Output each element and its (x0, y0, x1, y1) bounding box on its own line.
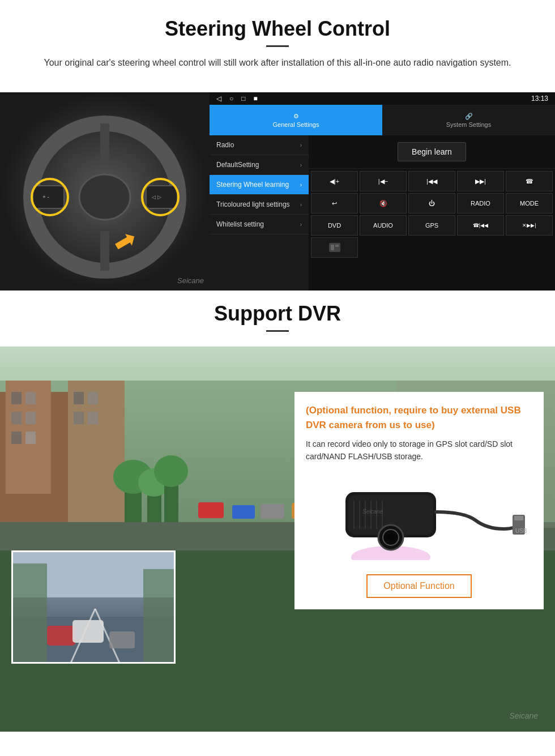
menu-item-default[interactable]: DefaultSetting › (210, 155, 309, 175)
steering-demo: + - ◁ ▷ ➡ Seicane ◁ ○ □ (0, 92, 555, 291)
svg-point-5 (79, 174, 130, 220)
menu-item-whitelist[interactable]: Whitelist setting › (210, 215, 309, 234)
menu-label-steering: Steering Wheel learning (216, 181, 289, 189)
ctrl-next[interactable]: ▶▶| (457, 171, 504, 191)
svg-rect-24 (74, 392, 84, 404)
svg-rect-61 (514, 516, 523, 520)
svg-text:Seicane: Seicane (362, 509, 383, 515)
ctrl-tel-next[interactable]: ✕▶▶| (506, 215, 553, 236)
svg-rect-35 (198, 502, 224, 518)
ctrl-radio[interactable]: RADIO (457, 193, 504, 213)
ctrl-prev[interactable]: |◀◀ (408, 171, 455, 191)
nav-dot-icon[interactable]: ■ (254, 95, 258, 102)
gear-icon: ⚙ (293, 113, 299, 120)
svg-rect-14 (335, 245, 339, 247)
svg-rect-8 (146, 186, 177, 208)
android-menu: Radio › DefaultSetting › Steering Wheel … (210, 135, 309, 291)
dvr-title: Support DVR (23, 302, 532, 326)
steering-wheel-svg: + - ◁ ▷ (11, 104, 198, 279)
ctrl-vol-up[interactable]: ◀|+ (311, 171, 358, 191)
ctrl-tel-prev[interactable]: ☎|◀◀ (457, 215, 504, 236)
dvr-header: Support DVR (0, 291, 555, 347)
svg-rect-45 (13, 563, 47, 664)
ctrl-gps[interactable]: GPS (408, 215, 455, 236)
tab-system-settings[interactable]: 🔗 System Settings (382, 105, 555, 135)
optional-function-container: Optional Function (306, 572, 532, 598)
steering-wheel-section: Steering Wheel Control Your original car… (0, 0, 555, 291)
svg-rect-44 (109, 631, 135, 648)
chevron-icon: › (300, 162, 302, 168)
nav-square-icon[interactable]: □ (241, 95, 245, 102)
android-right-panel: Begin learn ◀|+ |◀− |◀◀ ▶▶| ☎ ↩ 🔇 ⏻ RADI… (309, 135, 555, 291)
begin-learn-button[interactable]: Begin learn (398, 142, 466, 161)
dvr-camera-preview (11, 550, 176, 664)
controls-grid: ◀|+ |◀− |◀◀ ▶▶| ☎ ↩ 🔇 ⏻ RADIO MODE DVD A… (309, 169, 555, 260)
svg-rect-13 (331, 245, 334, 250)
svg-text:+ -: + - (42, 194, 49, 200)
svg-rect-46 (143, 569, 176, 664)
dvr-description: It can record video only to storage in G… (306, 438, 532, 463)
menu-label-whitelist: Whitelist setting (216, 220, 264, 228)
begin-learn-row: Begin learn (309, 135, 555, 169)
android-tabs: ⚙ General Settings 🔗 System Settings (210, 105, 555, 135)
statusbar-nav: ◁ ○ □ ■ (216, 95, 258, 102)
dvr-background: (Optional function, require to buy exter… (0, 347, 555, 732)
ctrl-back[interactable]: ↩ (311, 193, 358, 213)
page-title: Steering Wheel Control (23, 17, 532, 41)
ctrl-mode[interactable]: MODE (506, 193, 553, 213)
svg-rect-47 (72, 620, 104, 643)
nav-home-icon[interactable]: ○ (229, 95, 233, 102)
preview-scene-svg (13, 552, 176, 664)
dvr-info-panel: (Optional function, require to buy exter… (294, 392, 544, 609)
svg-rect-21 (11, 432, 22, 444)
extra-icon (329, 243, 340, 252)
svg-rect-27 (88, 412, 98, 424)
title-divider (266, 45, 289, 47)
tab-general-settings[interactable]: ⚙ General Settings (210, 105, 382, 135)
chevron-icon: › (300, 202, 302, 208)
android-ui-panel: ◁ ○ □ ■ 13:13 ⚙ General Settings 🔗 Syste… (210, 92, 555, 291)
ctrl-vol-down[interactable]: |◀− (360, 171, 407, 191)
ctrl-extra[interactable] (311, 237, 358, 258)
svg-rect-37 (261, 504, 284, 519)
dvr-section: Support DVR (0, 291, 555, 732)
menu-item-tricoloured[interactable]: Tricoloured light settings › (210, 195, 309, 215)
tab-general-label: General Settings (273, 121, 319, 128)
svg-rect-19 (11, 412, 22, 424)
ctrl-mute[interactable]: 🔇 (360, 193, 407, 213)
chevron-icon: › (300, 182, 302, 188)
menu-label-default: DefaultSetting (216, 161, 259, 169)
watermark-1: Seicane (177, 276, 204, 285)
svg-rect-20 (25, 412, 36, 424)
ctrl-call[interactable]: ☎ (506, 171, 553, 191)
menu-label-radio: Radio (216, 141, 234, 149)
menu-item-steering[interactable]: Steering Wheel learning › (210, 175, 309, 195)
chevron-icon: › (300, 221, 302, 228)
android-content: Radio › DefaultSetting › Steering Wheel … (210, 135, 555, 291)
svg-text:◁ ▷: ◁ ▷ (152, 194, 161, 200)
ctrl-power[interactable]: ⏻ (408, 193, 455, 213)
svg-rect-36 (232, 505, 255, 519)
ctrl-audio[interactable]: AUDIO (360, 215, 407, 236)
dvr-divider (266, 330, 289, 332)
ctrl-dvd[interactable]: DVD (311, 215, 358, 236)
menu-label-tricoloured: Tricoloured light settings (216, 200, 290, 208)
camera-svg: USB Seicane (311, 475, 527, 560)
system-icon: 🔗 (465, 113, 473, 120)
svg-rect-26 (74, 412, 84, 424)
status-time: 13:13 (531, 95, 548, 102)
chevron-icon: › (300, 142, 302, 148)
android-statusbar: ◁ ○ □ ■ 13:13 (210, 92, 555, 105)
svg-rect-22 (25, 432, 36, 444)
section-subtitle: Your original car's steering wheel contr… (34, 56, 521, 70)
svg-point-59 (387, 533, 395, 541)
menu-item-radio[interactable]: Radio › (210, 135, 309, 155)
svg-rect-25 (88, 392, 98, 404)
dvr-camera-illustration: USB Seicane (306, 472, 532, 563)
svg-rect-17 (11, 392, 22, 404)
optional-function-button[interactable]: Optional Function (366, 574, 471, 598)
svg-text:USB: USB (515, 528, 527, 534)
svg-point-33 (154, 455, 188, 487)
tab-system-label: System Settings (446, 121, 491, 128)
nav-back-icon[interactable]: ◁ (216, 95, 221, 102)
